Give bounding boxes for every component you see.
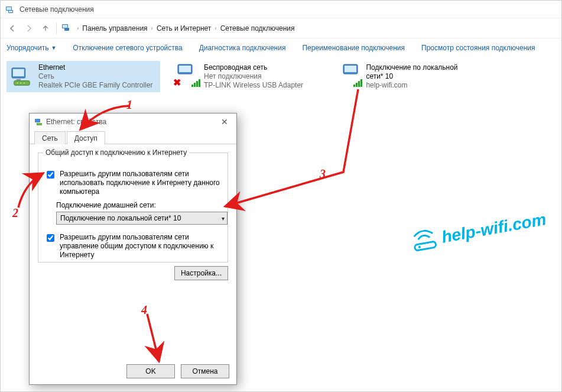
annotation-arrows bbox=[1, 1, 562, 392]
router-icon bbox=[410, 228, 440, 258]
svg-point-21 bbox=[418, 246, 421, 249]
svg-rect-20 bbox=[414, 241, 436, 251]
